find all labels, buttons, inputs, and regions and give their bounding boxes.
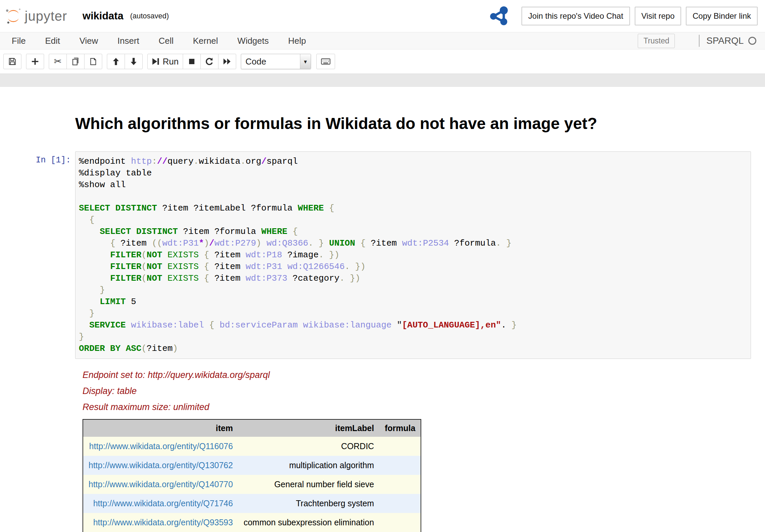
item-link[interactable]: http://www.wikidata.org/entity/Q93593 [93, 518, 233, 527]
item-label-cell: Trachtenberg system [238, 494, 379, 513]
menu-help[interactable]: Help [279, 36, 316, 46]
formula-cell [379, 494, 421, 513]
table-row: http://www.wikidata.org/entity/Q140770Ge… [83, 475, 421, 494]
step-forward-icon [152, 57, 160, 66]
markdown-cell[interactable]: Which algorithms or formulas in Wikidata… [0, 113, 765, 151]
copy-icon [71, 57, 80, 66]
binder-logo-icon [489, 6, 509, 26]
cell-type-dropdown[interactable]: Code ▼ [241, 54, 311, 69]
restart-icon [205, 57, 214, 66]
copy-binder-link-button[interactable]: Copy Binder link [686, 7, 758, 25]
item-label-cell: multiplication algorithm [238, 456, 379, 475]
table-header-row: item itemLabel formula [83, 419, 421, 437]
code-cell-prompt: In [1]: [0, 151, 75, 359]
notebook-title[interactable]: wikidata [83, 10, 123, 22]
fast-forward-icon [223, 57, 232, 65]
autosave-status: (autosaved) [130, 12, 169, 20]
arrow-up-icon [112, 57, 120, 66]
menu-insert[interactable]: Insert [108, 36, 149, 46]
restart-kernel-button[interactable] [200, 54, 218, 69]
table-row: http://www.wikidata.org/entity/Q130762mu… [83, 456, 421, 475]
run-cell-button[interactable]: Run [147, 54, 183, 69]
video-chat-button[interactable]: Join this repo's Video Chat [521, 7, 630, 25]
notebook-container: Which algorithms or formulas in Wikidata… [0, 87, 765, 532]
kernel-idle-indicator-icon [748, 37, 756, 45]
column-header-formula: formula [379, 419, 421, 437]
results-table-body: http://www.wikidata.org/entity/Q116076CO… [83, 437, 421, 532]
code-editor[interactable]: %endpoint http://query.wikidata.org/spar… [75, 151, 751, 359]
interrupt-kernel-button[interactable] [183, 54, 201, 69]
item-link[interactable]: http://www.wikidata.org/entity/Q71746 [93, 499, 233, 508]
copy-cell-button[interactable] [66, 54, 85, 69]
jupyter-logo-icon [5, 7, 22, 25]
toolbar: ✂ [0, 49, 765, 74]
item-label-cell: General number field sieve [238, 475, 379, 494]
move-cell-down-button[interactable] [125, 54, 143, 69]
column-header-itemlabel: itemLabel [238, 419, 379, 437]
output-endpoint-message: Endpoint set to: http://query.wikidata.o… [83, 370, 765, 380]
table-row: http://www.wikidata.org/entity/Q116076CO… [83, 437, 421, 456]
scissors-icon: ✂ [54, 57, 61, 66]
save-icon [8, 57, 17, 66]
trusted-button[interactable]: Trusted [638, 34, 675, 48]
save-button[interactable] [3, 54, 21, 69]
visit-repo-button[interactable]: Visit repo [635, 7, 681, 25]
kernel-divider [699, 35, 700, 47]
paste-cell-button[interactable] [84, 54, 102, 69]
table-row: http://www.wikidata.org/entity/Q93593com… [83, 513, 421, 532]
page-title: Which algorithms or formulas in Wikidata… [75, 113, 751, 133]
formula-cell [379, 456, 421, 475]
plus-icon [31, 57, 39, 66]
table-row: http://www.wikidata.org/entity/Q71746Tra… [83, 494, 421, 513]
formula-cell [379, 513, 421, 532]
menu-kernel[interactable]: Kernel [183, 36, 227, 46]
keyboard-icon [321, 57, 331, 66]
menu-view[interactable]: View [70, 36, 108, 46]
menu-edit[interactable]: Edit [35, 36, 70, 46]
restart-run-all-button[interactable] [218, 54, 236, 69]
markdown-cell-prompt [0, 113, 75, 151]
output-area: Endpoint set to: http://query.wikidata.o… [83, 370, 765, 532]
run-label: Run [163, 56, 179, 67]
results-table: item itemLabel formula http://www.wikida… [83, 419, 421, 532]
item-link[interactable]: http://www.wikidata.org/entity/Q140770 [89, 480, 233, 489]
formula-cell [379, 437, 421, 456]
jupyter-logo[interactable]: jupyter [5, 7, 67, 25]
jupyter-logo-text: jupyter [25, 9, 67, 24]
menu-cell[interactable]: Cell [149, 36, 183, 46]
cell-type-value: Code [241, 56, 300, 67]
paste-icon [89, 57, 98, 66]
menubar: File Edit View Insert Cell Kernel Widget… [0, 32, 765, 49]
kernel-name: SPARQL [706, 35, 744, 46]
item-label-cell: common subexpression elimination [238, 513, 379, 532]
item-link[interactable]: http://www.wikidata.org/entity/Q116076 [89, 441, 233, 451]
item-label-cell: CORDIC [238, 437, 379, 456]
cut-cell-button[interactable]: ✂ [49, 54, 67, 69]
stop-icon [188, 57, 196, 65]
output-display-message: Display: table [83, 386, 765, 396]
item-link[interactable]: http://www.wikidata.org/entity/Q130762 [89, 460, 233, 470]
add-cell-button[interactable] [26, 54, 44, 69]
menubar-right: Trusted SPARQL [638, 34, 756, 48]
menu-widgets[interactable]: Widgets [228, 36, 279, 46]
output-maxsize-message: Result maximum size: unlimited [83, 402, 765, 412]
notebook-top-band [0, 74, 765, 87]
formula-cell [379, 475, 421, 494]
move-cell-up-button[interactable] [107, 54, 125, 69]
command-palette-button[interactable] [316, 54, 335, 69]
arrow-down-icon [129, 57, 138, 66]
column-header-item: item [83, 419, 238, 437]
chevron-down-icon: ▼ [300, 54, 311, 69]
code-cell: In [1]: %endpoint http://query.wikidata.… [0, 151, 765, 359]
menu-file[interactable]: File [2, 36, 35, 46]
notebook-header: jupyter wikidata (autosaved) Join this r… [0, 0, 765, 32]
